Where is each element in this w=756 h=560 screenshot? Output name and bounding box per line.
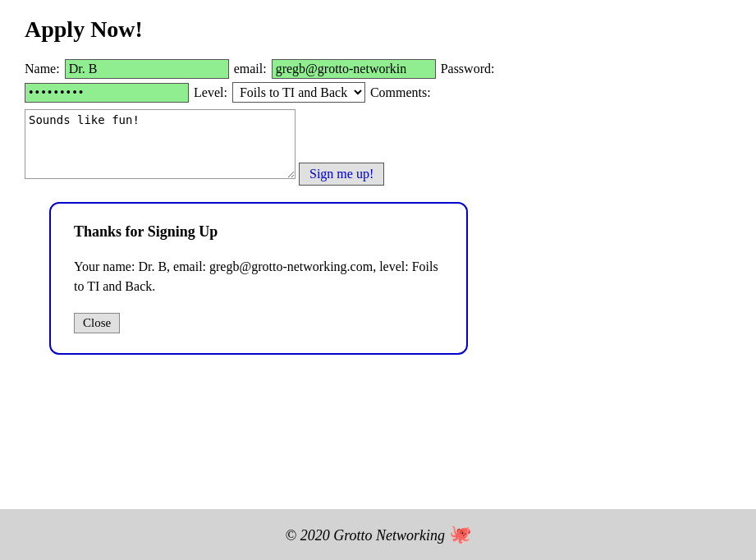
level-select[interactable]: Foils to TI and Back Beginner Intermedia… [232, 82, 365, 103]
footer: © 2020 Grotto Networking 🐙 [0, 509, 756, 560]
sign-me-up-button[interactable]: Sign me up! [299, 163, 384, 186]
password-input[interactable] [25, 83, 189, 103]
close-button[interactable]: Close [74, 313, 120, 333]
confirmation-box: Thanks for Signing Up Your name: Dr. B, … [49, 202, 468, 355]
confirmation-title: Thanks for Signing Up [74, 223, 443, 241]
comments-textarea[interactable]: Sounds like fun! [25, 109, 296, 179]
confirmation-text: Your name: Dr. B, email: gregb@grotto-ne… [74, 257, 443, 296]
password-label: Password: [441, 62, 495, 76]
name-label: Name: [25, 62, 60, 76]
email-label: email: [234, 62, 267, 76]
footer-octopus-icon: 🐙 [449, 524, 471, 544]
email-input[interactable] [272, 59, 436, 79]
name-input[interactable] [65, 59, 229, 79]
footer-text: © 2020 Grotto Networking [285, 527, 445, 544]
comments-label: Comments: [370, 85, 431, 100]
page-title: Apply Now! [25, 16, 731, 43]
level-label: Level: [194, 85, 227, 100]
